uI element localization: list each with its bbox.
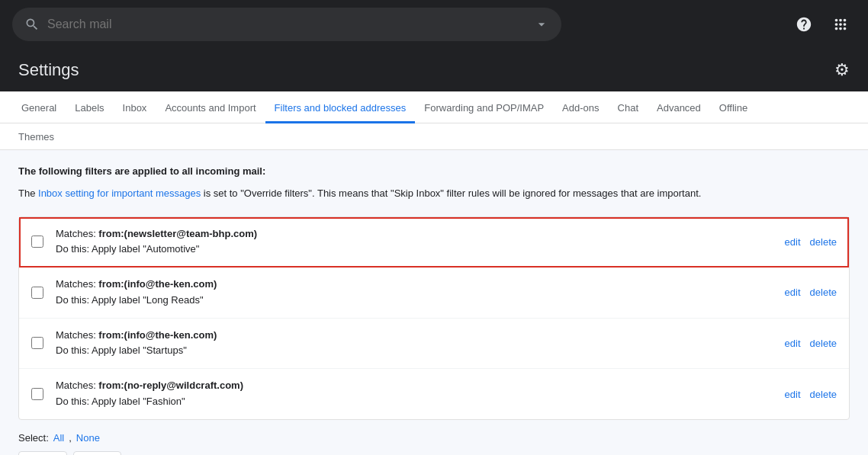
tab-chat[interactable]: Chat bbox=[609, 91, 648, 123]
tab-filters[interactable]: Filters and blocked addresses bbox=[265, 91, 416, 123]
top-bar bbox=[0, 0, 868, 49]
filter-text-2: Matches: from:(info@the-ken.com) Do this… bbox=[56, 277, 773, 309]
select-none-link[interactable]: None bbox=[76, 432, 100, 444]
filter-edit-1[interactable]: edit bbox=[785, 236, 801, 248]
filter-checkbox-3[interactable] bbox=[31, 337, 43, 349]
filter-list: Matches: from:(newsletter@team-bhp.com) … bbox=[18, 216, 850, 420]
filter-row-2: Matches: from:(info@the-ken.com) Do this… bbox=[19, 268, 849, 319]
settings-header: Settings ⚙ bbox=[0, 49, 868, 91]
filter-checkbox-1[interactable] bbox=[31, 236, 43, 248]
page-wrapper: Settings ⚙ General Labels Inbox Accounts… bbox=[0, 0, 868, 455]
section-header: The following filters are applied to all… bbox=[18, 165, 850, 177]
inbox-setting-link[interactable]: Inbox setting for important messages bbox=[38, 187, 201, 199]
filter-actions-4: edit delete bbox=[785, 389, 837, 400]
info-text-before: The bbox=[18, 187, 38, 199]
search-dropdown-icon[interactable] bbox=[534, 17, 549, 32]
filter-action-2: Do this: Apply label "Long Reads" bbox=[56, 293, 773, 309]
content-area: General Labels Inbox Accounts and Import… bbox=[0, 91, 868, 455]
main-content: The following filters are applied to all… bbox=[0, 150, 868, 455]
filter-row-1: Matches: from:(newsletter@team-bhp.com) … bbox=[19, 217, 849, 268]
filter-match-3: Matches: from:(info@the-ken.com) bbox=[56, 328, 773, 344]
info-text-after: is set to "Override filters". This means… bbox=[201, 187, 701, 199]
top-bar-right bbox=[789, 9, 856, 40]
select-all-link[interactable]: All bbox=[53, 432, 64, 444]
filter-edit-3[interactable]: edit bbox=[785, 338, 801, 349]
search-icon bbox=[24, 17, 40, 32]
delete-button[interactable]: Delete bbox=[73, 451, 122, 455]
filter-edit-2[interactable]: edit bbox=[785, 287, 801, 298]
filter-match-1: Matches: from:(newsletter@team-bhp.com) bbox=[56, 226, 773, 242]
info-text: The Inbox setting for important messages… bbox=[18, 186, 850, 201]
apps-button[interactable] bbox=[825, 9, 856, 40]
filter-delete-4[interactable]: delete bbox=[810, 389, 837, 400]
filter-match-4: Matches: from:(no-reply@wildcraft.com) bbox=[56, 378, 773, 394]
filter-actions-2: edit delete bbox=[785, 287, 837, 298]
select-separator: , bbox=[69, 432, 72, 444]
filter-delete-1[interactable]: delete bbox=[810, 236, 837, 248]
filter-row-3: Matches: from:(info@the-ken.com) Do this… bbox=[19, 319, 849, 370]
filter-row-4: Matches: from:(no-reply@wildcraft.com) D… bbox=[19, 369, 849, 419]
filter-edit-4[interactable]: edit bbox=[785, 389, 801, 400]
subtab-themes[interactable]: Themes bbox=[12, 128, 60, 146]
export-button[interactable]: Export bbox=[18, 451, 67, 455]
tab-forwarding[interactable]: Forwarding and POP/IMAP bbox=[415, 91, 553, 123]
filter-checkbox-4[interactable] bbox=[31, 388, 43, 400]
filter-action-1: Do this: Apply label "Automotive" bbox=[56, 242, 773, 258]
tab-labels[interactable]: Labels bbox=[66, 91, 113, 123]
filter-text-4: Matches: from:(no-reply@wildcraft.com) D… bbox=[56, 378, 773, 410]
tab-accounts[interactable]: Accounts and Import bbox=[156, 91, 265, 123]
filter-action-4: Do this: Apply label "Fashion" bbox=[56, 394, 773, 410]
search-input[interactable] bbox=[47, 18, 526, 31]
tab-general[interactable]: General bbox=[12, 91, 66, 123]
filter-action-3: Do this: Apply label "Startups" bbox=[56, 343, 773, 359]
help-button[interactable] bbox=[789, 9, 819, 40]
filter-match-2: Matches: from:(info@the-ken.com) bbox=[56, 277, 773, 293]
filter-actions-1: edit delete bbox=[785, 236, 837, 248]
settings-title: Settings bbox=[18, 60, 79, 80]
tab-advanced[interactable]: Advanced bbox=[648, 91, 710, 123]
tabs-row: General Labels Inbox Accounts and Import… bbox=[0, 91, 868, 123]
filter-text-3: Matches: from:(info@the-ken.com) Do this… bbox=[56, 328, 773, 360]
filter-actions-3: edit delete bbox=[785, 338, 837, 349]
filter-delete-2[interactable]: delete bbox=[810, 287, 837, 298]
select-row: Select: All, None bbox=[18, 432, 850, 444]
select-label: Select: bbox=[18, 432, 49, 444]
settings-gear-icon[interactable]: ⚙ bbox=[834, 60, 850, 80]
filter-checkbox-2[interactable] bbox=[31, 287, 43, 299]
search-bar[interactable] bbox=[12, 8, 561, 41]
bottom-buttons: Export Delete bbox=[18, 451, 850, 455]
filter-delete-3[interactable]: delete bbox=[810, 338, 837, 349]
tab-offline[interactable]: Offline bbox=[710, 91, 757, 123]
tab-addons[interactable]: Add-ons bbox=[553, 91, 608, 123]
tab-inbox[interactable]: Inbox bbox=[114, 91, 156, 123]
filter-text-1: Matches: from:(newsletter@team-bhp.com) … bbox=[56, 226, 773, 258]
subtabs-row: Themes bbox=[0, 123, 868, 150]
